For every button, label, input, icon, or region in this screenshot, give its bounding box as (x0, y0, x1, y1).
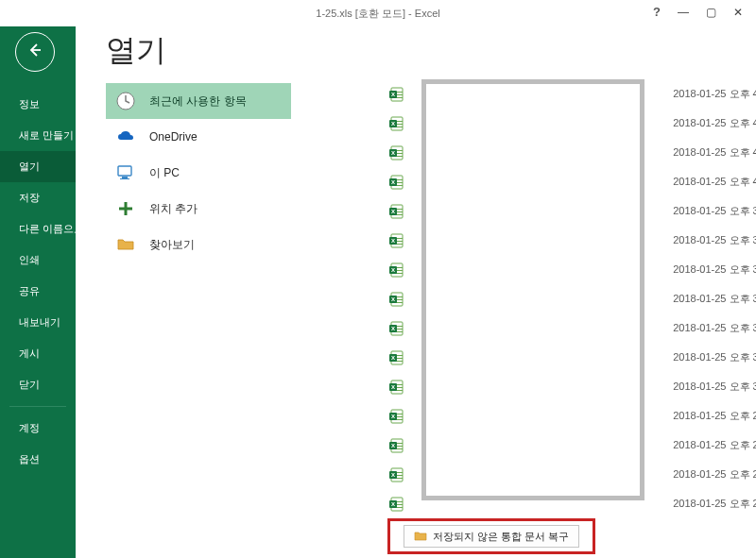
back-button[interactable] (15, 32, 55, 72)
maximize-icon[interactable]: ▢ (706, 7, 716, 18)
file-date: 2018-01-25 오후 3:59 (673, 204, 756, 218)
svg-text:X: X (391, 121, 395, 127)
svg-text:X: X (391, 355, 395, 361)
backstage-sidebar: 정보 새로 만들기 열기 저장 다른 이름으로 저장 인쇄 공유 내보내기 게시… (0, 26, 76, 558)
sidebar-item-export[interactable]: 내보내기 (0, 307, 76, 338)
file-date: 2018-01-25 오후 3:58 (673, 233, 756, 247)
sidebar-item-account[interactable]: 계정 (0, 413, 76, 444)
plus-icon (115, 198, 136, 219)
folder-icon (414, 532, 427, 541)
svg-text:X: X (391, 238, 395, 244)
excel-file-icon: X (387, 465, 406, 484)
window-controls: ? — ▢ ✕ (653, 0, 756, 18)
excel-file-icon: X (387, 144, 406, 162)
excel-file-icon: X (387, 319, 406, 338)
excel-file-icon: X (387, 495, 406, 514)
svg-text:X: X (391, 326, 395, 331)
excel-file-icon: X (387, 290, 406, 309)
svg-text:X: X (391, 501, 395, 507)
svg-text:X: X (391, 179, 395, 185)
recover-highlight: 저장되지 않은 통합 문서 복구 (387, 518, 595, 554)
sidebar-item-print[interactable]: 인쇄 (0, 245, 76, 276)
file-date: 2018-01-25 오후 4:08 (673, 145, 756, 160)
file-date: 2018-01-25 오후 3:31 (673, 321, 756, 335)
file-date: 2018-01-25 오후 4:08 (673, 116, 756, 130)
excel-file-icon: X (387, 173, 406, 192)
svg-rect-2 (122, 177, 128, 178)
sidebar-item-publish[interactable]: 게시 (0, 338, 76, 369)
file-date: 2018-01-25 오후 3:31 (673, 350, 756, 364)
place-label: 이 PC (149, 165, 180, 181)
pc-icon (115, 162, 136, 183)
file-date: 2018-01-25 오후 3:56 (673, 262, 756, 277)
svg-text:X: X (391, 209, 395, 214)
sidebar-item-open[interactable]: 열기 (0, 151, 76, 182)
sidebar-separator (9, 406, 66, 407)
file-date: 2018-01-25 오후 4:01 (673, 175, 756, 189)
svg-rect-1 (118, 166, 131, 176)
recover-unsaved-button[interactable]: 저장되지 않은 통합 문서 복구 (404, 525, 579, 548)
help-icon[interactable]: ? (653, 6, 661, 18)
file-date: 2018-01-25 오후 4:41 (673, 87, 756, 101)
close-icon[interactable]: ✕ (733, 7, 743, 18)
svg-text:X: X (391, 472, 395, 478)
svg-text:X: X (391, 384, 395, 390)
page-title: 열기 (106, 30, 166, 72)
place-label: OneDrive (149, 130, 198, 144)
file-list-container: X2018-01-25 오후 4:41X2018-01-25 오후 4:08X2… (387, 79, 756, 531)
clock-icon (115, 91, 136, 111)
sidebar-item-info[interactable]: 정보 (0, 89, 76, 120)
place-label: 위치 추가 (149, 201, 198, 217)
back-arrow-icon (26, 42, 43, 63)
svg-text:X: X (391, 150, 395, 156)
file-date: 2018-01-25 오후 2:43 (673, 438, 756, 452)
sidebar-item-share[interactable]: 공유 (0, 276, 76, 307)
excel-file-icon: X (387, 231, 406, 250)
sidebar-item-saveas[interactable]: 다른 이름으로 저장 (0, 213, 76, 245)
sidebar-item-options[interactable]: 옵션 (0, 444, 76, 475)
file-date: 2018-01-25 오후 3:31 (673, 380, 756, 394)
sidebar-item-close[interactable]: 닫기 (0, 369, 76, 400)
file-preview (421, 79, 644, 500)
excel-file-icon: X (387, 407, 406, 426)
place-onedrive[interactable]: OneDrive (106, 119, 291, 155)
file-date: 2018-01-25 오후 2:18 (673, 497, 756, 511)
window-title: 1-25.xls [호환 모드] - Excel (316, 7, 439, 21)
place-label: 최근에 사용한 항목 (149, 93, 247, 110)
excel-file-icon: X (387, 348, 406, 367)
svg-text:X: X (391, 267, 395, 273)
content-area: 열기 최근에 사용한 항목 OneDrive 이 PC (76, 26, 756, 558)
place-thispc[interactable]: 이 PC (106, 155, 291, 191)
sidebar-item-new[interactable]: 새로 만들기 (0, 120, 76, 151)
sidebar-nav: 정보 새로 만들기 열기 저장 다른 이름으로 저장 인쇄 공유 내보내기 게시… (0, 89, 76, 475)
svg-text:X: X (391, 443, 395, 448)
file-date: 2018-01-25 오후 2:18 (673, 467, 756, 482)
folder-icon (115, 234, 136, 255)
svg-text:X: X (391, 92, 395, 97)
excel-file-icon: X (387, 114, 406, 133)
svg-text:X: X (391, 414, 395, 419)
excel-file-icon: X (387, 202, 406, 221)
place-label: 찾아보기 (149, 237, 195, 253)
place-recent[interactable]: 최근에 사용한 항목 (106, 83, 291, 119)
excel-file-icon: X (387, 436, 406, 455)
file-date: 2018-01-25 오후 3:32 (673, 292, 756, 306)
recover-label: 저장되지 않은 통합 문서 복구 (433, 530, 569, 544)
places-list: 최근에 사용한 항목 OneDrive 이 PC 위치 추가 (106, 83, 291, 262)
file-list: X2018-01-25 오후 4:41X2018-01-25 오후 4:08X2… (387, 79, 756, 514)
file-date: 2018-01-25 오후 2:48 (673, 409, 756, 423)
place-addlocation[interactable]: 위치 추가 (106, 191, 291, 227)
place-browse[interactable]: 찾아보기 (106, 227, 291, 262)
cloud-icon (115, 127, 136, 147)
excel-file-icon: X (387, 261, 406, 279)
sidebar-item-save[interactable]: 저장 (0, 182, 76, 213)
svg-rect-3 (120, 178, 129, 179)
titlebar: 1-25.xls [호환 모드] - Excel ? — ▢ ✕ (0, 0, 756, 26)
minimize-icon[interactable]: — (678, 7, 689, 18)
excel-file-icon: X (387, 378, 406, 397)
svg-text:X: X (391, 296, 395, 302)
excel-file-icon: X (387, 85, 406, 104)
